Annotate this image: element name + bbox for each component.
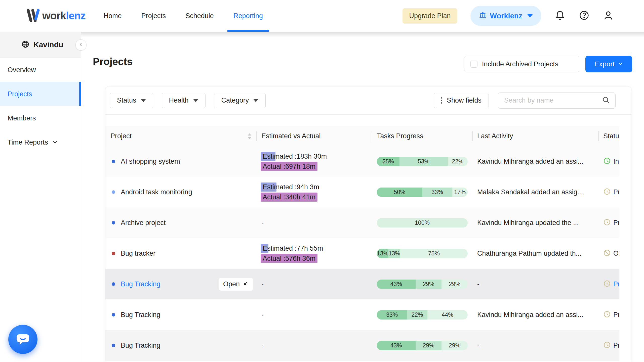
reporting-sidebar: Kavindu OverviewProjectsMembersTime Repo…	[0, 32, 81, 362]
project-name[interactable]: Archive project	[121, 219, 166, 227]
project-cell: Android task monitoring	[105, 177, 256, 207]
table-header: ProjectEstimated vs ActualTasks Progress…	[105, 126, 619, 146]
dots-vertical-icon	[441, 97, 442, 104]
nav-item-projects[interactable]: Projects	[141, 0, 166, 32]
table-row[interactable]: Bug Tracking-33%22%44%Kavindu Mihiranga …	[105, 299, 619, 330]
nav-item-reporting[interactable]: Reporting	[233, 0, 263, 32]
category-filter-dropdown[interactable]: Category	[214, 93, 266, 108]
projects-report-card: StatusHealthCategory Show fields	[105, 86, 631, 362]
user-icon	[603, 10, 614, 22]
chevron-down-icon	[52, 139, 58, 145]
last-activity-text: Kavindu Mihiranga updated the ...	[477, 219, 579, 227]
last-activity-cell: Kavindu Mihiranga updated the ...	[472, 207, 598, 238]
status-cell: On Hold	[598, 238, 619, 269]
column-header-last-activity: Last Activity	[472, 126, 598, 146]
estimated-vs-actual-cell: -	[256, 269, 372, 299]
progress-segment: 44%	[427, 310, 468, 320]
tasks-progress-cell: 33%22%44%	[372, 299, 472, 330]
page-title: Projects	[93, 56, 133, 67]
tasks-progress-bar: 13%13%75%	[377, 249, 468, 258]
project-name[interactable]: AI shopping system	[121, 158, 180, 165]
sidebar-item-members[interactable]: Members	[0, 106, 81, 130]
column-header-project[interactable]: Project	[105, 126, 256, 146]
include-archived-checkbox[interactable]	[470, 61, 477, 68]
caret-down-icon	[141, 99, 146, 102]
project-name[interactable]: Android task monitoring	[121, 188, 192, 196]
status-label: In Progress	[613, 158, 619, 165]
notifications-button[interactable]	[554, 10, 566, 21]
navbar-shadow	[0, 32, 644, 37]
project-cell: Bug TrackingOpen	[105, 269, 256, 299]
estimated-vs-actual-cell: -	[256, 299, 372, 330]
tasks-progress-cell: 43%29%29%	[372, 330, 472, 361]
last-activity-cell: Malaka Sandakal added an assig...	[472, 177, 598, 207]
team-selector[interactable]: Kavindu	[0, 32, 81, 58]
bank-icon	[479, 12, 487, 20]
tasks-progress-cell: 50%33%17%	[372, 177, 472, 207]
last-activity-text: Kavindu Mihiranga added an assi...	[477, 158, 583, 165]
tasks-progress-bar: 43%29%29%	[377, 280, 468, 289]
column-label: Status	[603, 132, 619, 140]
org-switcher[interactable]: Worklenz	[470, 6, 541, 26]
sidebar-item-time-reports[interactable]: Time Reports	[0, 130, 81, 154]
sidebar-item-label: Members	[8, 114, 36, 122]
show-fields-label: Show fields	[447, 97, 481, 104]
status-cell: Proposed	[598, 299, 619, 330]
filter-label: Category	[221, 97, 249, 104]
status-cell: Proposed	[598, 269, 619, 299]
status-filter-dropdown[interactable]: Status	[110, 93, 153, 108]
chat-launcher-button[interactable]	[8, 325, 37, 354]
last-activity-cell: Kavindu Mihiranga added an assi...	[472, 299, 598, 330]
estimated-vs-actual-cell: Estimated :183h 30m Actual :697h 18m	[256, 146, 372, 177]
export-button[interactable]: Export	[585, 56, 632, 72]
estimated-value: Estimated :94h 3m	[261, 182, 320, 192]
table-row[interactable]: AI shopping system Estimated :183h 30m A…	[105, 146, 619, 177]
caret-down-icon	[193, 99, 198, 102]
project-name[interactable]: Bug Tracking	[121, 280, 160, 288]
column-label: Estimated vs Actual	[261, 132, 321, 140]
show-fields-button[interactable]: Show fields	[434, 93, 489, 108]
include-archived-toggle[interactable]: Include Archived Projects	[464, 56, 579, 72]
column-label: Tasks Progress	[377, 132, 423, 140]
open-project-button[interactable]: Open	[219, 278, 253, 291]
chevron-down-icon	[618, 60, 623, 68]
nav-item-schedule[interactable]: Schedule	[185, 0, 214, 32]
project-name[interactable]: Bug tracker	[121, 250, 155, 257]
profile-button[interactable]	[603, 10, 614, 21]
worklenz-logo[interactable]: worklenz	[25, 7, 86, 24]
actual-value: Actual :697h 18m	[261, 162, 317, 171]
help-button[interactable]	[579, 10, 590, 21]
table-row[interactable]: Bug TrackingOpen -43%29%29%- Proposed	[105, 269, 619, 299]
table-row[interactable]: Bug tracker Estimated :77h 55m Actual :5…	[105, 238, 619, 269]
chat-bubble-icon	[15, 331, 31, 348]
upgrade-plan-button[interactable]: Upgrade Plan	[403, 8, 457, 24]
estimated-value: Estimated :77h 55m	[261, 244, 324, 253]
progress-segment: 53%	[399, 157, 448, 166]
sort-icon[interactable]	[247, 133, 252, 140]
progress-segment: 29%	[441, 280, 468, 289]
actual-value: Actual :576h 36m	[261, 254, 317, 263]
project-name[interactable]: Bug Tracking	[121, 311, 160, 319]
sidebar-collapse-button[interactable]	[75, 39, 87, 51]
empty-value: -	[261, 342, 264, 349]
export-label: Export	[594, 60, 615, 68]
project-cell: Bug tracker	[105, 238, 256, 269]
health-filter-dropdown[interactable]: Health	[162, 93, 206, 108]
status-label: Proposed	[613, 219, 619, 227]
project-name[interactable]: Bug Tracking	[121, 342, 160, 349]
progress-segment: 75%	[400, 249, 468, 258]
logo-text: worklenz	[42, 10, 86, 22]
clock-icon	[603, 280, 611, 288]
sidebar-item-projects[interactable]: Projects	[0, 82, 81, 106]
filter-label: Status	[117, 97, 136, 104]
table-row[interactable]: Android task monitoring Estimated :94h 3…	[105, 177, 619, 207]
nav-item-home[interactable]: Home	[104, 0, 122, 32]
sidebar-menu: OverviewProjectsMembersTime Reports	[0, 58, 81, 154]
status-cell: In Progress	[598, 146, 619, 177]
search-icon[interactable]	[602, 96, 610, 105]
table-row[interactable]: Archive project-100%Kavindu Mihiranga up…	[105, 207, 619, 238]
project-cell: Archive project	[105, 207, 256, 238]
search-input[interactable]	[504, 97, 602, 104]
table-row[interactable]: Bug Tracking-43%29%29%- Proposed	[105, 330, 619, 361]
sidebar-item-overview[interactable]: Overview	[0, 58, 81, 82]
